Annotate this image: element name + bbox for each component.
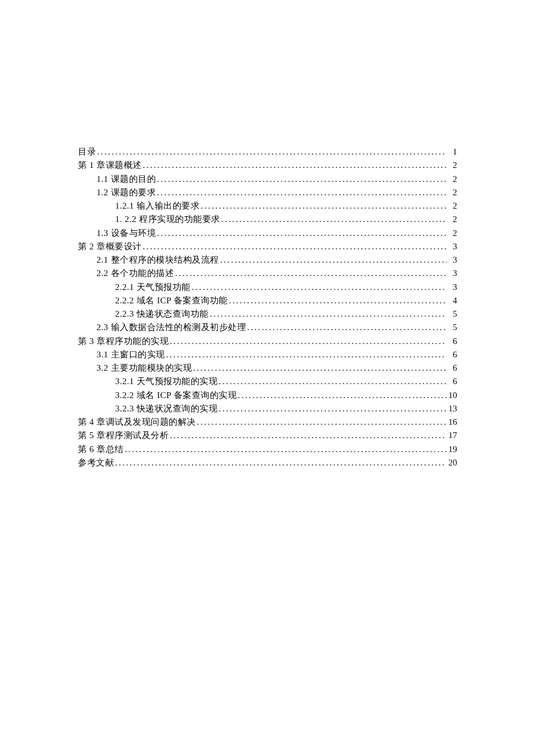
toc-page-number: 5 [447, 307, 457, 321]
toc-leader-dots [156, 173, 447, 186]
toc-leader-dots [196, 415, 447, 429]
toc-label: 第 5 章程序测试及分析 [78, 429, 169, 442]
toc-leader-dots [124, 443, 447, 456]
toc-leader-dots [220, 213, 447, 226]
toc-page-number: 19 [447, 443, 457, 456]
toc-entry: 第 1 章课题概述2 [78, 159, 457, 172]
toc-label: 2.2 各个功能的描述 [97, 267, 174, 280]
toc-leader-dots [192, 361, 447, 375]
toc-entry: 3.2.2 域名 ICP 备案查询的实现10 [78, 389, 457, 402]
toc-entry: 第 5 章程序测试及分析17 [78, 429, 457, 442]
toc-page-number: 3 [447, 253, 457, 267]
toc-leader-dots [228, 294, 447, 307]
toc-leader-dots [96, 145, 447, 159]
toc-page-number: 3 [447, 281, 457, 294]
toc-label: 3.1 主窗口的实现 [97, 348, 165, 361]
toc-page-number: 6 [447, 361, 457, 375]
toc-entry: 2.2 各个功能的描述3 [78, 267, 457, 280]
toc-label: 1.3 设备与环境 [97, 227, 156, 240]
toc-leader-dots [165, 348, 447, 361]
toc-leader-dots [169, 335, 447, 348]
toc-page-number: 4 [447, 294, 457, 307]
toc-leader-dots [217, 402, 447, 415]
toc-leader-dots [142, 240, 447, 253]
toc-page-number: 1 [447, 145, 457, 159]
toc-label: 1.2.1 输入输出的要求 [115, 199, 199, 213]
toc-leader-dots [142, 159, 447, 172]
toc-label: 2.2.1 天气预报功能 [115, 281, 191, 294]
toc-leader-dots [191, 281, 447, 294]
toc-page-number: 6 [447, 335, 457, 348]
toc-label: 1. 2.2 程序实现的功能要求 [115, 213, 220, 226]
toc-leader-dots [209, 307, 447, 321]
toc-leader-dots [219, 253, 447, 267]
toc-page-number: 16 [447, 415, 457, 429]
toc-leader-dots [237, 389, 447, 402]
toc-entry: 1.2 课题的要求2 [78, 186, 457, 199]
toc-leader-dots [156, 227, 447, 240]
toc-page-number: 5 [447, 321, 457, 334]
toc-entry: 1.1 课题的目的2 [78, 173, 457, 186]
toc-label: 3.2.2 域名 ICP 备案查询的实现 [115, 389, 237, 402]
toc-label: 第 4 章调试及发现问题的解决 [78, 415, 196, 429]
toc-leader-dots [174, 267, 447, 280]
toc-entry: 3.2.3 快递状况查询的实现13 [78, 402, 457, 415]
toc-label: 第 3 章程序功能的实现 [78, 335, 169, 348]
toc-label: 2.2.3 快递状态查询功能 [115, 307, 209, 321]
toc-leader-dots [114, 456, 447, 470]
toc-label: 第 2 章概要设计 [78, 240, 142, 253]
toc-leader-dots [156, 186, 447, 199]
toc-page-number: 3 [447, 267, 457, 280]
toc-leader-dots [217, 375, 447, 388]
toc-leader-dots [199, 199, 447, 213]
toc-entry: 参考文献20 [78, 456, 457, 470]
toc-entry: 1.2.1 输入输出的要求2 [78, 199, 457, 213]
toc-page-number: 2 [447, 199, 457, 213]
toc-entry: 2.2.1 天气预报功能3 [78, 281, 457, 294]
toc-label: 2.3 输入数据合法性的检测及初步处理 [97, 321, 246, 334]
toc-label: 参考文献 [78, 456, 114, 470]
toc-entry: 2.3 输入数据合法性的检测及初步处理5 [78, 321, 457, 334]
toc-page-number: 2 [447, 159, 457, 172]
toc-label: 目录 [78, 145, 96, 159]
toc-entry: 3.2.1 天气预报功能的实现6 [78, 375, 457, 388]
toc-page-number: 17 [447, 429, 457, 442]
toc-page-number: 2 [447, 186, 457, 199]
toc-entry: 第 6 章总结19 [78, 443, 457, 456]
toc-label: 3.2.3 快递状况查询的实现 [115, 402, 217, 415]
toc-entry: 2.2.2 域名 ICP 备案查询功能4 [78, 294, 457, 307]
toc-label: 2.1 整个程序的模块结构及流程 [97, 253, 219, 267]
toc-page-number: 10 [447, 389, 457, 402]
toc-leader-dots [169, 429, 447, 442]
toc-label: 1.1 课题的目的 [97, 173, 156, 186]
toc-leader-dots [246, 321, 447, 334]
toc-label: 3.2.1 天气预报功能的实现 [115, 375, 217, 388]
toc-entry: 第 4 章调试及发现问题的解决16 [78, 415, 457, 429]
toc-entry: 第 3 章程序功能的实现6 [78, 335, 457, 348]
toc-entry: 1.3 设备与环境2 [78, 227, 457, 240]
toc-label: 1.2 课题的要求 [97, 186, 156, 199]
toc-entry: 第 2 章概要设计3 [78, 240, 457, 253]
toc-page-number: 3 [447, 240, 457, 253]
toc-page-number: 6 [447, 348, 457, 361]
toc-page-number: 2 [447, 213, 457, 226]
toc-entry: 1. 2.2 程序实现的功能要求2 [78, 213, 457, 226]
toc-entry: 目录1 [78, 145, 457, 159]
toc-page-number: 20 [447, 456, 457, 470]
toc-label: 3.2 主要功能模块的实现 [97, 361, 192, 375]
toc-page-number: 2 [447, 227, 457, 240]
toc-entry: 3.1 主窗口的实现6 [78, 348, 457, 361]
toc-label: 2.2.2 域名 ICP 备案查询功能 [115, 294, 228, 307]
toc-entry: 3.2 主要功能模块的实现6 [78, 361, 457, 375]
toc-container: 目录1第 1 章课题概述21.1 课题的目的21.2 课题的要求21.2.1 输… [78, 145, 457, 470]
toc-page-number: 13 [447, 402, 457, 415]
toc-entry: 2.1 整个程序的模块结构及流程3 [78, 253, 457, 267]
toc-label: 第 1 章课题概述 [78, 159, 142, 172]
toc-label: 第 6 章总结 [78, 443, 124, 456]
toc-entry: 2.2.3 快递状态查询功能5 [78, 307, 457, 321]
toc-page-number: 2 [447, 173, 457, 186]
toc-page-number: 6 [447, 375, 457, 388]
